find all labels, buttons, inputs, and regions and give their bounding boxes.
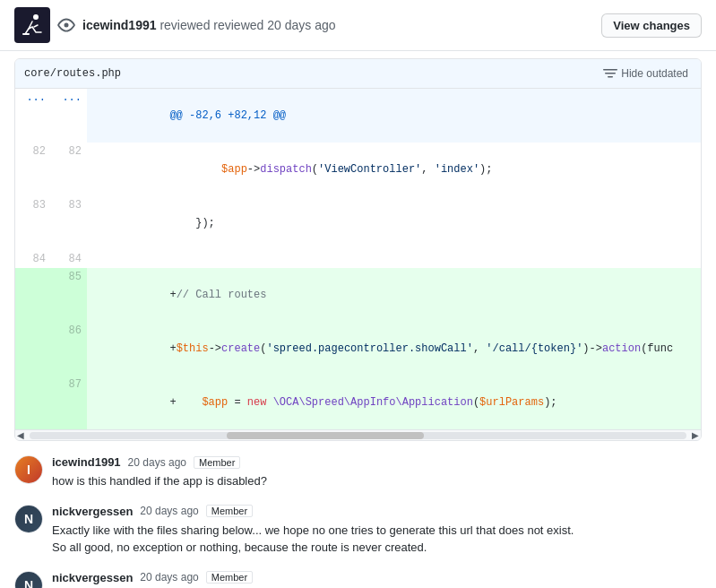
reviewer-username[interactable]: icewind1991 [82,18,157,32]
view-changes-button[interactable]: View changes [601,13,702,38]
line-code: }); [87,196,701,250]
line-code [87,250,701,268]
reviewer-action: reviewed [160,18,210,32]
comment-time: 20 days ago [140,571,198,584]
table-row: 83 83 }); [15,196,701,250]
comment-badge: Member [206,571,253,584]
hide-outdated-button[interactable]: Hide outdated [600,65,692,82]
line-num-right: 84 [51,250,87,268]
svg-rect-0 [16,9,48,41]
comment-text: how is this handled if the app is disabl… [52,472,702,490]
comment-time: 20 days ago [140,505,198,517]
diff-hunk-row: ... ... @@ -82,6 +82,12 @@ [15,89,701,143]
line-num-left: 84 [15,250,51,268]
comment-header: nickvergessen 20 days ago Member [52,571,702,584]
line-code: + $app = new \OCA\Spreed\AppInfo\Applica… [87,376,701,429]
line-code: +// Call routes [87,268,701,322]
reviewer-avatar [14,7,50,43]
line-num-right: 85 [51,268,87,322]
list-item: N nickvergessen 20 days ago Member Added… [14,571,702,589]
avatar: N [14,571,43,589]
comment-username[interactable]: nickvergessen [52,505,133,518]
line-num-left [15,376,51,429]
line-code: +$this->create('spreed.pagecontroller.sh… [87,322,701,376]
comment-time: 20 days ago [128,456,186,469]
scroll-left-arrow[interactable]: ◀ [15,430,26,441]
reviewer-time: 20 days ago [267,18,335,32]
filter-icon [603,66,617,81]
line-num-left [15,322,51,376]
hide-outdated-label: Hide outdated [621,67,688,80]
hunk-left-num: ... [15,89,51,143]
comment-body: nickvergessen 20 days ago Member Exactly… [52,505,702,557]
table-row: 87 + $app = new \OCA\Spreed\AppInfo\Appl… [15,376,701,429]
page-container: icewind1991 reviewed reviewed 20 days ag… [0,0,716,588]
list-item: N nickvergessen 20 days ago Member Exact… [14,505,702,557]
avatar-image: I [15,456,42,483]
scroll-right-arrow[interactable]: ▶ [690,430,701,441]
hunk-right-num: ... [51,89,87,143]
comment-badge: Member [194,456,240,469]
comments-section: I icewind1991 20 days ago Member how is … [0,448,716,588]
avatar: N [14,505,43,533]
review-meta: icewind1991 reviewed reviewed 20 days ag… [82,18,601,32]
line-code: $app->dispatch('ViewController', 'index'… [87,143,701,196]
line-num-right: 83 [51,196,87,250]
comment-body: nickvergessen 20 days ago Member Added a… [52,571,702,589]
scroll-thumb[interactable] [227,432,424,439]
line-num-left [15,268,51,322]
comment-body: icewind1991 20 days ago Member how is th… [52,455,702,490]
comment-text: Exactly like with the files sharing belo… [52,522,702,557]
line-num-right: 87 [51,376,87,429]
avatar-image: N [15,506,42,532]
hunk-line-text: @@ -82,6 +82,12 @@ [169,109,286,122]
eye-icon [57,16,75,34]
diff-header: core/routes.php Hide outdated [15,59,701,89]
diff-scrollbar[interactable]: ◀ ▶ [15,429,701,440]
table-row: 85 +// Call routes [15,268,701,322]
line-num-right: 86 [51,322,87,376]
diff-container: core/routes.php Hide outdated ... ... @@… [14,58,702,441]
hunk-content: @@ -82,6 +82,12 @@ [87,89,701,143]
table-row: 84 84 [15,250,701,268]
comment-header: nickvergessen 20 days ago Member [52,505,702,518]
line-num-left: 82 [15,143,51,196]
diff-filename: core/routes.php [24,67,121,80]
table-row: 82 82 $app->dispatch('ViewController', '… [15,143,701,196]
line-num-left: 83 [15,196,51,250]
avatar: I [14,455,43,484]
table-row: 86 +$this->create('spreed.pagecontroller… [15,322,701,376]
list-item: I icewind1991 20 days ago Member how is … [14,455,702,490]
line-num-right: 82 [51,143,87,196]
comment-header: icewind1991 20 days ago Member [52,455,702,469]
svg-point-1 [33,14,39,20]
diff-table: ... ... @@ -82,6 +82,12 @@ 82 82 $app->d… [15,89,701,429]
reviewer-action-text: reviewed [213,18,267,32]
comment-username[interactable]: nickvergessen [52,571,133,584]
scroll-track[interactable] [30,432,686,439]
review-bar: icewind1991 reviewed reviewed 20 days ag… [0,0,716,51]
comment-username[interactable]: icewind1991 [52,455,121,469]
diff-code-area: ... ... @@ -82,6 +82,12 @@ 82 82 $app->d… [15,89,701,440]
comment-badge: Member [206,505,253,517]
avatar-image: N [15,572,42,589]
